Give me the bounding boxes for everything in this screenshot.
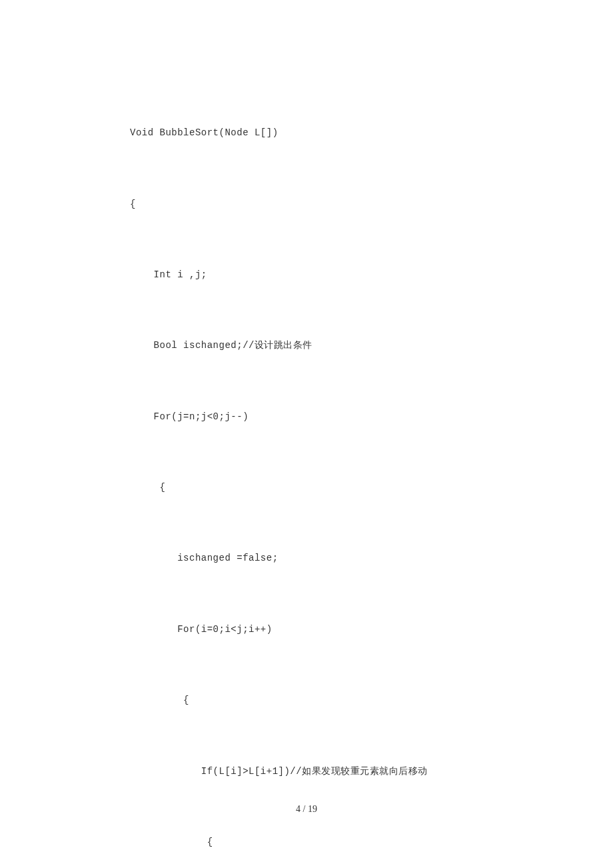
page-number: 4 / 19: [296, 804, 317, 814]
code-block: Void BubbleSort(Node L[]) { Int i ,j; Bo…: [130, 80, 483, 868]
code-line: {: [130, 470, 483, 505]
code-line: {: [130, 683, 483, 718]
code-line: If(L[i]>L[i+1])//如果发现较重元素就向后移动: [130, 754, 483, 789]
code-line: {: [130, 187, 483, 222]
code-line: {: [130, 825, 483, 860]
code-line: ischanged =false;: [130, 541, 483, 576]
page-footer: 4 / 19: [0, 804, 613, 815]
code-line: For(i=0;i<j;i++): [130, 612, 483, 647]
code-line: For(j=n;j<0;j--): [130, 399, 483, 435]
code-line: Void BubbleSort(Node L[]): [130, 115, 483, 151]
document-page: Void BubbleSort(Node L[]) { Int i ,j; Bo…: [0, 0, 613, 868]
code-line: Bool ischanged;//设计跳出条件: [130, 328, 483, 363]
code-line: Int i ,j;: [130, 257, 483, 293]
